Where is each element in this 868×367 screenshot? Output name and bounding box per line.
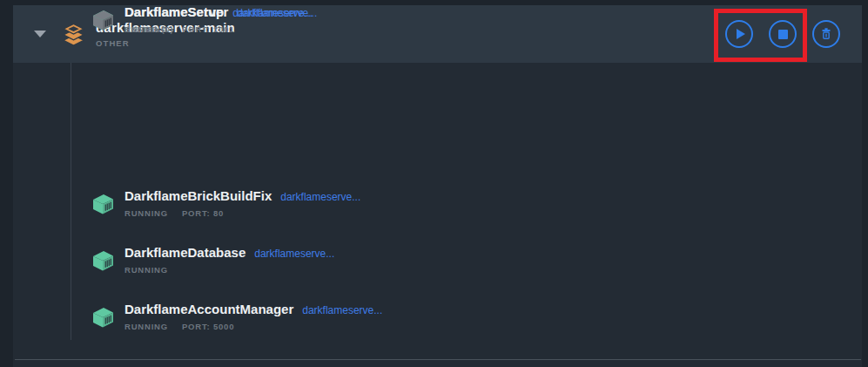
container-row-text: DarkflameBrickBuildFix darkflameserve...… — [124, 189, 360, 218]
container-status: RUNNING — [124, 208, 168, 218]
container-name: DarkflameDatabase — [124, 246, 246, 260]
container-box-icon — [90, 248, 116, 275]
stop-button[interactable] — [769, 20, 797, 48]
trash-icon — [819, 27, 833, 41]
container-row[interactable]: DarkflameAccountManager darkflameserve..… — [90, 302, 382, 331]
app-window: darkflameserver-main OTHER — [0, 0, 868, 367]
container-row[interactable]: DarkflameBrickBuildFix darkflameserve...… — [90, 189, 360, 218]
container-row-text: DarkflameDatabase darkflameserve... RUNN… — [124, 246, 334, 275]
container-status: RUNNING — [124, 322, 168, 331]
container-box-icon — [90, 8, 116, 34]
container-box-icon — [90, 192, 116, 218]
play-icon — [737, 29, 745, 39]
container-image-link[interactable]: darkflameserve... — [254, 248, 334, 260]
container-port: PORT: 80 — [182, 208, 224, 218]
container-name: DarkflameBrickBuildFix — [124, 189, 272, 203]
container-row[interactable]: DarkflameDatabase darkflameserve... RUNN… — [90, 246, 334, 275]
stack-type-label: OTHER — [96, 38, 235, 48]
container-image-link[interactable]: darkflameserve... — [232, 7, 313, 19]
container-port: PORT: 5000 — [182, 322, 234, 331]
container-name: DarkflameSetup — [124, 5, 224, 19]
tree-guide-line — [71, 63, 71, 340]
container-box-icon — [90, 305, 116, 331]
stop-icon — [778, 30, 788, 39]
container-row[interactable]: DarkflameSetup darkflameserve... EXITED … — [90, 5, 313, 34]
container-image-link[interactable]: darkflameserve... — [302, 304, 382, 316]
stack-panel: darkflameserver-main OTHER — [13, 5, 862, 367]
container-status: EXITED (0) — [124, 24, 174, 34]
container-status: RUNNING — [124, 265, 168, 275]
caret-down-icon[interactable] — [34, 31, 46, 37]
start-button[interactable] — [725, 20, 753, 48]
container-image-link[interactable]: darkflameserve... — [280, 191, 360, 203]
delete-button[interactable] — [812, 20, 840, 48]
container-row-text: DarkflameAccountManager darkflameserve..… — [124, 302, 382, 331]
bottom-divider — [15, 359, 861, 360]
container-row-text: DarkflameSetup darkflameserve... EXITED … — [124, 5, 313, 34]
stack-actions — [725, 20, 840, 48]
stack-layers-icon — [62, 22, 85, 46]
container-name: DarkflameAccountManager — [124, 302, 293, 316]
